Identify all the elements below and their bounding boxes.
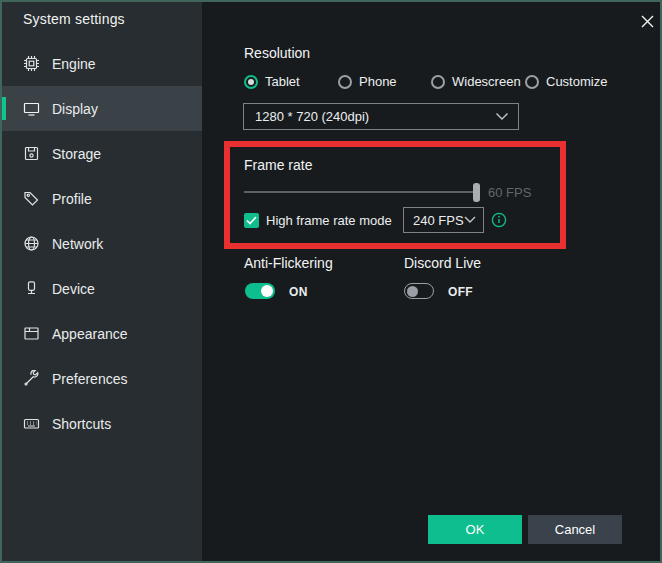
sidebar-item-appearance[interactable]: Appearance bbox=[2, 311, 202, 356]
frame-rate-heading: Frame rate bbox=[244, 157, 312, 173]
discord-live-state: OFF bbox=[448, 285, 473, 299]
fps-dropdown[interactable]: 240 FPS bbox=[403, 207, 484, 233]
anti-flickering-heading: Anti-Flickering bbox=[244, 255, 333, 271]
discord-live-toggle[interactable] bbox=[404, 283, 434, 299]
checkmark-icon bbox=[246, 216, 257, 225]
sidebar-item-label: Storage bbox=[52, 146, 101, 162]
wrench-icon bbox=[23, 370, 40, 387]
device-icon bbox=[23, 280, 40, 297]
sidebar-item-preferences[interactable]: Preferences bbox=[2, 356, 202, 401]
sidebar-item-label: Network bbox=[52, 236, 103, 252]
appearance-icon bbox=[23, 325, 40, 342]
sidebar-item-label: Profile bbox=[52, 191, 92, 207]
info-icon[interactable] bbox=[491, 212, 507, 228]
radio-label: Phone bbox=[359, 74, 397, 89]
high-frame-rate-label: High frame rate mode bbox=[266, 213, 392, 228]
sidebar: System settings Engine bbox=[2, 2, 202, 561]
sidebar-item-label: Appearance bbox=[52, 326, 128, 342]
tag-icon bbox=[23, 190, 40, 207]
radio-label: Widescreen bbox=[452, 74, 521, 89]
sidebar-nav: Engine Display bbox=[2, 41, 202, 446]
high-frame-rate-checkbox[interactable] bbox=[244, 213, 259, 228]
anti-flickering-state: ON bbox=[289, 285, 308, 299]
ok-button[interactable]: OK bbox=[428, 515, 522, 544]
radio-label: Tablet bbox=[265, 74, 300, 89]
toggle-knob bbox=[261, 285, 273, 297]
anti-flickering-toggle[interactable] bbox=[245, 283, 275, 299]
chip-icon bbox=[23, 55, 40, 72]
radio-tablet[interactable]: Tablet bbox=[244, 74, 300, 89]
sidebar-item-label: Preferences bbox=[52, 371, 127, 387]
storage-icon bbox=[23, 145, 40, 162]
resolution-dropdown-value: 1280 * 720 (240dpi) bbox=[244, 109, 495, 124]
cancel-button[interactable]: Cancel bbox=[528, 515, 622, 544]
resolution-heading: Resolution bbox=[244, 45, 310, 61]
sidebar-item-shortcuts[interactable]: Shortcuts bbox=[2, 401, 202, 446]
sidebar-item-label: Engine bbox=[52, 56, 96, 72]
frame-rate-slider-value: 60 FPS bbox=[488, 185, 531, 200]
sidebar-item-network[interactable]: Network bbox=[2, 221, 202, 266]
radio-customize[interactable]: Customize bbox=[525, 74, 607, 89]
sidebar-item-label: Shortcuts bbox=[52, 416, 111, 432]
window-title: System settings bbox=[23, 11, 125, 27]
discord-live-heading: Discord Live bbox=[404, 255, 481, 271]
sidebar-item-device[interactable]: Device bbox=[2, 266, 202, 311]
radio-circle-icon bbox=[431, 75, 445, 89]
radio-circle-icon bbox=[338, 75, 352, 89]
radio-label: Customize bbox=[546, 74, 607, 89]
frame-rate-slider-track[interactable] bbox=[244, 191, 480, 193]
chevron-down-icon bbox=[495, 112, 509, 121]
chevron-down-icon bbox=[464, 216, 476, 224]
frame-rate-slider-thumb[interactable] bbox=[473, 183, 480, 202]
sidebar-item-display[interactable]: Display bbox=[2, 86, 202, 131]
sidebar-item-label: Display bbox=[52, 101, 98, 117]
monitor-icon bbox=[23, 100, 40, 117]
close-button[interactable] bbox=[634, 8, 660, 34]
globe-icon bbox=[23, 235, 40, 252]
system-settings-window: System settings Engine bbox=[0, 0, 662, 563]
radio-circle-icon bbox=[244, 75, 258, 89]
sidebar-item-label: Device bbox=[52, 281, 95, 297]
fps-dropdown-value: 240 FPS bbox=[404, 213, 464, 228]
sidebar-item-profile[interactable]: Profile bbox=[2, 176, 202, 221]
close-icon bbox=[640, 14, 655, 29]
radio-widescreen[interactable]: Widescreen bbox=[431, 74, 521, 89]
sidebar-item-storage[interactable]: Storage bbox=[2, 131, 202, 176]
keyboard-icon bbox=[23, 415, 40, 432]
resolution-dropdown[interactable]: 1280 * 720 (240dpi) bbox=[243, 103, 519, 130]
radio-phone[interactable]: Phone bbox=[338, 74, 397, 89]
sidebar-item-engine[interactable]: Engine bbox=[2, 41, 202, 86]
radio-circle-icon bbox=[525, 75, 539, 89]
toggle-knob bbox=[407, 286, 418, 297]
